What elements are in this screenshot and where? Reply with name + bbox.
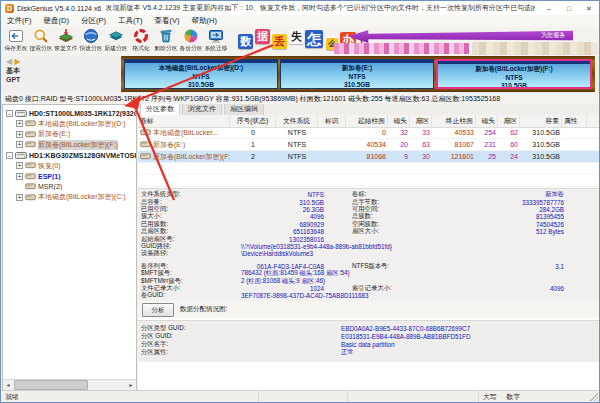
scrollbar-thumb[interactable] [14, 380, 88, 390]
banner-tile: 数 [238, 34, 253, 49]
resize-grip[interactable] [590, 393, 598, 401]
recover-files-icon [58, 28, 74, 44]
toolbar-button-label: 保存更改 [4, 44, 27, 53]
menu-item[interactable]: 文件(F) [1, 16, 38, 26]
table-cell: 30 [410, 151, 432, 162]
quick-partition-button[interactable]: 快速分区 [78, 27, 103, 55]
title-bar: D DiskGenius V5.4.0.1124 x64 发现新版本 V5.4.… [1, 1, 599, 16]
disk-map-panel: ◀ ▶ 基本 GPT 本地磁盘(BitLocker加密)(D:)NTFS310.… [1, 56, 599, 93]
guid-value: 正常 [341, 348, 354, 357]
tree-item[interactable]: +新加卷(BitLocker加密)(F:) [3, 140, 136, 151]
detail-value: NTFS [219, 191, 324, 198]
partition-table-style-label: GPT [6, 75, 121, 84]
system-migrate-button[interactable]: 系统迁移 [203, 27, 228, 55]
banner-tile: 据 [255, 29, 270, 44]
scroll-right-icon[interactable]: ▸ [126, 380, 136, 390]
tree-item[interactable]: MSR(2) [3, 182, 136, 193]
maximize-button[interactable]: □ [559, 2, 579, 15]
save-changes-button[interactable]: 保存更改 [3, 27, 28, 55]
column-header[interactable]: 卷标 [138, 115, 230, 127]
toolbar-button-label: 快速分区 [79, 44, 102, 53]
column-header[interactable]: 序号(状态) [230, 115, 276, 127]
analyze-button[interactable]: 分析 [142, 303, 174, 317]
partition-icon [25, 131, 36, 138]
column-header[interactable]: 文件系统 [276, 115, 318, 127]
close-button[interactable]: ✕ [579, 2, 599, 15]
expander-icon[interactable]: + [16, 194, 23, 201]
prev-disk-arrow-icon[interactable]: ◀ [6, 57, 12, 66]
partition-table-body: 本地磁盘(BitLocker...0NTFS032334053325462310… [138, 127, 599, 187]
tree-item[interactable]: +恢复(0) [3, 161, 136, 172]
next-disk-arrow-icon[interactable]: ▶ [14, 57, 20, 66]
search-partition-button[interactable]: 搜索分区 [28, 27, 53, 55]
column-header[interactable]: 扇区 [410, 115, 432, 127]
expander-icon[interactable]: + [16, 173, 23, 180]
new-partition-button[interactable]: 新建分区 [103, 27, 128, 55]
disk-icon [15, 151, 27, 160]
detail-value: 4096 [219, 213, 324, 220]
toolbar-button-label: 格式化 [132, 44, 149, 53]
table-cell: 0 [346, 127, 388, 138]
format-icon [133, 28, 149, 44]
format-button[interactable]: 格式化 [128, 27, 153, 55]
tree-item[interactable]: +本地磁盘(BitLocker加密)(C:) [3, 192, 136, 203]
partition-bar[interactable]: 本地磁盘(BitLocker加密)(D:)NTFS310.5GB [124, 59, 278, 89]
volume-details: 文件系统类型:NTFS卷标:新加卷总容量:310.5GB总字节数:3333957… [138, 188, 599, 301]
column-header[interactable]: 起始柱面 [346, 115, 388, 127]
column-header[interactable]: 容量 [520, 115, 562, 127]
column-header[interactable]: 扇区 [498, 115, 520, 127]
tree-item[interactable]: +新加卷(E:) [3, 129, 136, 140]
expander-icon[interactable]: + [16, 162, 23, 169]
menu-item[interactable]: 工具(T) [112, 16, 149, 26]
tab-扇区编辑[interactable]: 扇区编辑 [224, 104, 264, 115]
tree-item[interactable]: +ESP(1) [3, 171, 136, 182]
recover-files-button[interactable]: 恢复文件 [53, 27, 78, 55]
menu-item[interactable]: 查看(V) [149, 16, 186, 26]
column-header[interactable]: 标识 [318, 115, 346, 127]
delete-partition-button[interactable]: 删除分区 [153, 27, 178, 55]
table-cell: 63 [410, 139, 432, 150]
quick-partition-icon [83, 28, 99, 44]
table-cell: 310.5GB [520, 127, 562, 138]
menu-item[interactable]: 帮助(H) [186, 16, 223, 26]
backup-partition-button[interactable]: 备份分区 [178, 27, 203, 55]
minimize-button[interactable]: – [539, 2, 559, 15]
banner-blurred-text [334, 43, 469, 54]
table-row[interactable]: 新加卷(E:)1NTFS4053420638106723160310.5GB [138, 139, 599, 151]
partition-bar[interactable]: 新加卷(BitLocker加密)(F:)NTFS310.5GB [436, 59, 592, 89]
table-cell: 40534 [346, 139, 388, 150]
tree-horizontal-scrollbar[interactable]: ◂ ▸ [3, 379, 136, 390]
num-indicator: 数字 [507, 392, 521, 402]
promo-banner[interactable]: 数据丢失怎么办 ！ 为您服务 [236, 27, 597, 56]
expander-icon[interactable]: - [6, 152, 13, 159]
tab-浏览文件[interactable]: 浏览文件 [182, 104, 222, 115]
tree-item[interactable]: -HD0:ST1000LM035-1RK172(932GB) [3, 108, 136, 119]
partition-icon [25, 162, 36, 169]
detail-value: 284.2GB [444, 206, 564, 213]
table-row[interactable]: 新加卷(BitLocker加密)(F:)2NTFS810689301216012… [138, 151, 599, 163]
table-cell: 62 [498, 127, 520, 138]
detail-value: 651163648 [219, 228, 324, 235]
expander-icon[interactable]: + [16, 131, 23, 138]
column-header[interactable]: 磁头 [476, 115, 498, 127]
tree-item[interactable]: +本地磁盘(BitLocker加密)(D:) [3, 119, 136, 130]
menu-item[interactable]: 分区(P) [75, 16, 112, 26]
expander-icon[interactable]: + [16, 120, 23, 127]
detail-value: 333395787776 [444, 199, 564, 206]
partition-icon [140, 128, 151, 139]
tree-item[interactable]: -HD1:KBG30ZMS128GNVMeTOSHIBA1 [3, 150, 136, 161]
table-cell: NTFS [276, 151, 318, 162]
expander-icon[interactable]: + [16, 141, 23, 148]
tree-item-label: 新加卷(BitLocker加密)(F:) [38, 140, 118, 150]
column-header[interactable]: 属性 [562, 115, 587, 127]
partition-bar-name: 新加卷(BitLocker加密)(F:) [438, 65, 590, 74]
column-header[interactable]: 磁头 [388, 115, 410, 127]
partition-bar[interactable]: 新加卷(E:)NTFS310.5GB [280, 59, 434, 89]
guid-row: 分区属性:正常 [138, 348, 599, 356]
table-row[interactable]: 本地磁盘(BitLocker...0NTFS032334053325462310… [138, 127, 599, 139]
scroll-left-icon[interactable]: ◂ [3, 380, 13, 390]
expander-icon[interactable]: - [6, 110, 13, 117]
menu-item[interactable]: 硬盘(D) [38, 16, 75, 26]
column-header[interactable]: 终止柱面 [432, 115, 476, 127]
analyze-row: 分析 数据分配情况图: [138, 301, 599, 318]
